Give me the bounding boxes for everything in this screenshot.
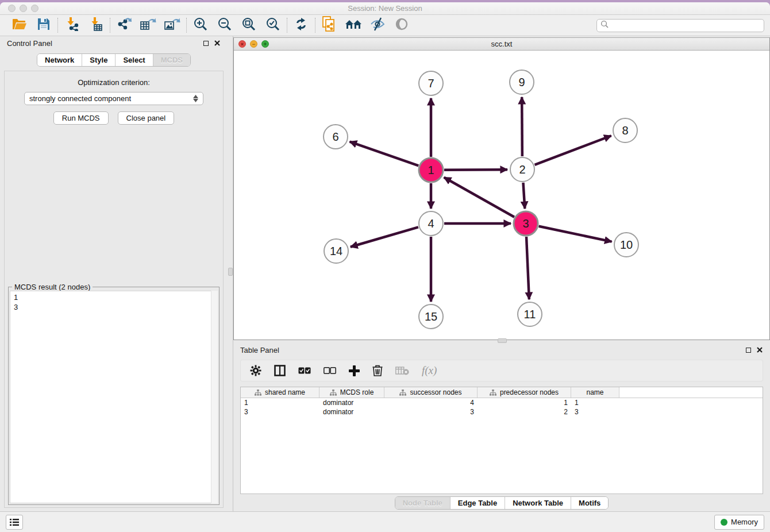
show-all-button[interactable] [393,17,410,33]
task-history-button[interactable] [6,515,23,530]
table-cell[interactable]: dominator [319,407,384,417]
home-button[interactable] [345,17,362,33]
close-window-button[interactable] [8,5,16,12]
table-cell[interactable]: 3 [384,407,478,417]
run-mcds-button[interactable]: Run MCDS [53,111,109,125]
memory-button[interactable]: Memory [714,515,764,530]
network-graph[interactable]: 7968124314101511 [234,51,769,340]
zoom-selected-button[interactable] [264,17,282,33]
graph-edge-2-3[interactable] [523,183,525,209]
graph-node-9[interactable]: 9 [510,70,534,94]
hide-selected-button[interactable] [369,17,386,33]
import-network-button[interactable] [63,17,80,33]
table-row[interactable]: 3dominator323 [241,407,763,417]
export-table-button[interactable] [140,17,157,33]
tab-node-table[interactable]: Node Table [395,497,451,509]
tab-motifs[interactable]: Motifs [571,497,608,509]
graph-node-3[interactable]: 3 [514,211,538,236]
mcds-result-text[interactable]: 1 3 [10,291,218,503]
export-image-button[interactable] [164,17,181,33]
deselect-all-button[interactable] [324,367,336,374]
close-panel-button-inner[interactable]: Close panel [118,111,175,125]
open-file-button[interactable] [11,17,28,33]
optimization-criterion-select[interactable]: strongly connected component [24,92,203,105]
svg-text:1: 1 [428,164,434,176]
export-network-button[interactable] [116,17,133,33]
close-panel-button[interactable] [214,40,221,47]
network-maximize-button[interactable]: + [261,40,269,48]
minimize-window-button[interactable] [20,5,27,12]
graph-edge-3-10[interactable] [539,226,612,242]
graph-node-14[interactable]: 14 [324,239,348,263]
zoom-in-button[interactable] [192,17,209,33]
network-window: × − + scc.txt 7968124314101511 [233,37,770,340]
network-minimize-button[interactable]: − [250,40,257,48]
network-close-button[interactable]: × [238,40,246,48]
column-header-shared-name[interactable]: shared name [241,387,319,398]
maximize-window-button[interactable] [31,5,38,12]
horizontal-splitter[interactable] [233,340,770,343]
tab-network-table[interactable]: Network Table [505,497,571,509]
graph-edge-1-6[interactable] [350,142,419,166]
network-canvas[interactable]: 7968124314101511 [234,51,769,340]
table-cell[interactable]: 1 [478,398,571,407]
column-header-successor-nodes[interactable]: successor nodes [384,387,478,398]
graph-edge-1-2[interactable] [444,169,507,170]
table-settings-button[interactable] [250,365,261,376]
splitter-grip[interactable] [228,268,233,276]
tab-style[interactable]: Style [82,54,116,66]
table-cell[interactable]: 1 [241,398,319,407]
save-session-button[interactable] [35,17,52,33]
table-cell[interactable]: dominator [319,398,384,407]
graph-edge-3-11[interactable] [526,237,529,299]
clone-network-button[interactable] [321,17,338,33]
table-cell[interactable]: 3 [241,407,319,417]
table-tabs: Node TableEdge TableNetwork TableMotifs [395,496,609,510]
table-cell[interactable]: 1 [571,398,619,407]
tab-mcds[interactable]: MCDS [153,54,190,66]
tab-edge-table[interactable]: Edge Table [451,497,505,509]
graph-edge-2-9[interactable] [522,97,522,156]
select-all-button[interactable] [298,367,311,374]
graph-edge-2-8[interactable] [535,136,611,165]
table-columns-button[interactable] [274,365,286,376]
graph-node-7[interactable]: 7 [419,71,443,95]
graph-node-8[interactable]: 8 [613,118,637,142]
zoom-out-button[interactable] [216,17,233,33]
search-field[interactable] [596,19,764,32]
graph-node-1[interactable]: 1 [419,158,443,182]
table-cell[interactable]: 3 [571,407,619,417]
graph-node-10[interactable]: 10 [614,233,638,257]
table-cell[interactable]: 4 [384,398,478,407]
graph-edge-3-1[interactable] [444,178,514,217]
graph-node-4[interactable]: 4 [419,211,443,236]
add-column-button[interactable] [349,365,360,376]
float-table-panel-button[interactable] [745,346,752,353]
graph-edge-4-14[interactable] [351,227,418,246]
table-row[interactable]: 1dominator411 [241,398,763,407]
column-header-name[interactable]: name [571,387,619,398]
refresh-button[interactable] [292,17,310,33]
result-scrollbar[interactable] [211,291,218,503]
delete-column-button[interactable] [372,365,383,376]
zoom-fit-button[interactable] [240,17,257,33]
column-header-MCDS-role[interactable]: MCDS role [319,387,384,398]
graph-node-2[interactable]: 2 [510,157,534,182]
graph-node-6[interactable]: 6 [324,125,348,149]
table-cell[interactable]: 2 [478,407,571,417]
graph-node-15[interactable]: 15 [419,304,443,329]
table-header-row: shared nameMCDS rolesuccessor nodesprede… [241,387,763,398]
import-table-button[interactable] [87,17,105,33]
float-panel-button[interactable] [202,40,209,47]
table-body: 1dominator4113dominator323 [241,398,763,417]
splitter-grip[interactable] [498,338,507,343]
close-table-panel-button[interactable] [756,346,763,353]
window-title: Session: New Session [0,2,770,15]
vertical-splitter[interactable] [228,36,233,511]
column-header-predecessor-nodes[interactable]: predecessor nodes [478,387,571,398]
tab-select[interactable]: Select [116,54,153,66]
search-input[interactable] [609,21,760,29]
graph-node-11[interactable]: 11 [518,302,542,326]
optimization-criterion-label: Optimization criterion: [78,78,150,87]
tab-network[interactable]: Network [37,54,82,66]
